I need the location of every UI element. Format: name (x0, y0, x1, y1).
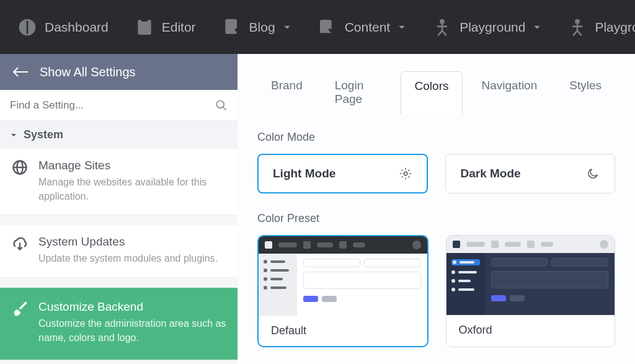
nav-label: Blog (249, 20, 275, 35)
page-pencil-icon (318, 17, 337, 37)
mode-label: Light Mode (273, 167, 335, 180)
nav-playground[interactable]: Playground (421, 11, 553, 43)
svg-point-5 (440, 19, 445, 24)
nav-label: Content (345, 20, 391, 35)
nav-dashboard[interactable]: Dashboard (6, 11, 120, 43)
search-input[interactable] (10, 99, 215, 112)
document-pencil-icon (222, 17, 242, 37)
nav-label: Playground 2 (595, 20, 635, 35)
sidebar-item-title: Manage Sites (38, 159, 226, 172)
nav-editor[interactable]: Editor (123, 11, 207, 43)
preset-label: Oxford (446, 315, 615, 345)
nav-label: Editor (162, 20, 196, 35)
sidebar-item-desc: Customize the administration area such a… (38, 316, 226, 345)
leaf-icon (17, 17, 37, 37)
person-icon (567, 17, 587, 37)
svg-rect-3 (225, 19, 237, 33)
sidebar-item-title: Customize Backend (38, 300, 226, 314)
svg-point-6 (575, 19, 580, 24)
mode-label: Dark Mode (461, 167, 521, 180)
globe-icon (11, 159, 29, 176)
svg-rect-2 (141, 18, 148, 21)
tab-brand[interactable]: Brand (257, 71, 316, 115)
nav-playground-2[interactable]: Playground 2 (556, 11, 635, 43)
nav-label: Dashboard (45, 20, 109, 35)
arrow-left-icon (12, 66, 29, 78)
chevron-down-icon (533, 23, 541, 32)
sidebar-category[interactable]: System (0, 121, 238, 149)
clipboard-icon (135, 17, 154, 37)
tab-navigation[interactable]: Navigation (468, 71, 551, 115)
sidebar-back[interactable]: Show All Settings (0, 54, 238, 90)
tab-styles[interactable]: Styles (556, 71, 615, 115)
svg-point-7 (217, 100, 224, 108)
preset-default[interactable]: Default (257, 235, 429, 347)
sidebar: Show All Settings System Manage Sites Ma… (0, 54, 238, 364)
color-mode-label: Color Mode (257, 131, 615, 144)
preset-thumbnail (259, 236, 427, 316)
chevron-down-icon (397, 23, 406, 32)
preset-thumbnail (446, 236, 615, 315)
top-nav: Dashboard Editor Blog Content Playground… (0, 0, 635, 54)
sidebar-item-system-updates[interactable]: System Updates Update the system modules… (0, 225, 238, 277)
nav-blog[interactable]: Blog (211, 11, 303, 43)
cloud-download-icon (11, 235, 29, 252)
main-content: Brand Login Page Colors Navigation Style… (238, 54, 635, 364)
sidebar-item-title: System Updates (38, 235, 226, 249)
mode-dark[interactable]: Dark Mode (445, 154, 616, 193)
search-icon (215, 99, 228, 112)
sidebar-category-label: System (24, 128, 63, 141)
tab-colors[interactable]: Colors (401, 71, 463, 115)
chevron-down-icon (10, 131, 17, 139)
color-preset-label: Color Preset (257, 212, 615, 225)
svg-rect-1 (138, 20, 151, 35)
nav-label: Playground (460, 20, 525, 35)
sidebar-search[interactable] (0, 90, 238, 121)
paintbrush-icon (11, 300, 29, 317)
person-icon (432, 17, 452, 37)
sidebar-item-manage-sites[interactable]: Manage Sites Manage the websites availab… (0, 149, 238, 215)
nav-content[interactable]: Content (306, 11, 418, 43)
sidebar-item-customize-backend[interactable]: Customize Backend Customize the administ… (0, 288, 238, 360)
chevron-down-icon (283, 23, 291, 32)
sidebar-item-desc: Update the system modules and plugins. (38, 251, 226, 265)
svg-point-10 (404, 172, 407, 175)
mode-light[interactable]: Light Mode (257, 154, 428, 193)
sidebar-back-label: Show All Settings (40, 65, 136, 79)
preset-oxford[interactable]: Oxford (446, 235, 616, 347)
preset-label: Default (259, 316, 427, 346)
tab-login-page[interactable]: Login Page (321, 71, 396, 115)
tabs: Brand Login Page Colors Navigation Style… (257, 71, 615, 115)
sidebar-item-desc: Manage the websites available for this a… (38, 175, 226, 203)
gear-icon (399, 167, 412, 180)
moon-icon (586, 167, 600, 180)
